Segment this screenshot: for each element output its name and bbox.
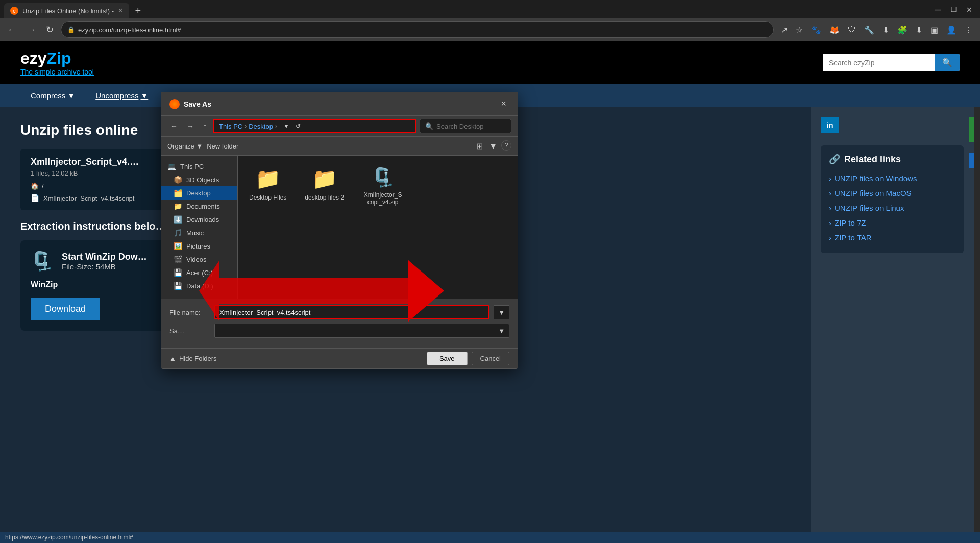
winzip-icon: 🗜️ [31,251,54,272]
tab-close-button[interactable]: × [118,6,122,15]
sidebar-documents[interactable]: 📁 Documents [161,200,237,213]
maximize-button[interactable]: □ [947,4,961,16]
extension-1-icon[interactable]: 🐾 [808,23,824,37]
filename-input-container[interactable] [214,305,489,319]
xmlinjector-zip-icon: 🗜️ [372,167,395,188]
share-icon[interactable]: ↗ [778,23,791,37]
dialog-title-icon [169,99,180,109]
music-icon: 🎵 [174,229,182,237]
sidebar-this-pc[interactable]: 💻 This PC [161,160,237,173]
file-desktop-files[interactable]: 📁 Desktop FIles [246,164,289,204]
sidebar-pictures[interactable]: 🖼️ Pictures [161,239,237,253]
sidebar-3d-objects[interactable]: 📦 3D Objects [161,173,237,186]
link-unzip-linux[interactable]: › UNZIP files on Linux [829,201,955,215]
help-button[interactable]: ? [501,140,511,151]
extension-3-icon[interactable]: 🛡 [845,23,859,37]
close-window-button[interactable]: × [962,4,976,16]
breadcrumb-this-pc[interactable]: This PC [219,122,242,130]
link-unzip-macos[interactable]: › UNZIP files on MacOS [829,186,955,201]
link-unzip-windows[interactable]: › UNZIP files on Windows [829,171,955,186]
dialog-back-button[interactable]: ← [167,121,181,131]
profile-icon[interactable]: 👤 [943,23,960,37]
forward-button[interactable]: → [23,22,39,37]
dialog-search-input[interactable] [436,122,506,130]
new-folder-button[interactable]: New folder [207,142,238,150]
tab-favicon: e [10,7,18,15]
view-dropdown-button[interactable]: ▼ [487,140,499,152]
breadcrumb-bar[interactable]: This PC › Desktop › ▼ ↺ [213,119,416,133]
downloads-icon: ⬇️ [174,215,182,224]
site-logo[interactable]: ezyZip The simple archive tool [20,49,94,76]
dialog-titlebar: Save As × [161,92,518,116]
dialog-forward-button[interactable]: → [184,121,197,131]
sidebar-drive-d[interactable]: 💾 Data (D:) [161,279,237,292]
new-tab-button[interactable]: + [129,3,148,18]
sidebar-top: in [821,117,964,137]
browser-tabs: e Unzip Files Online (No limits!) - × + … [0,0,980,18]
pictures-icon: 🖼️ [174,242,182,250]
search-box[interactable]: 🔍 [823,54,960,71]
linkedin-badge[interactable]: in [821,117,839,133]
sidebar-music[interactable]: 🎵 Music [161,226,237,239]
filename-dropdown-button[interactable]: ▼ [494,305,509,319]
hide-folders-label: Hide Folders [179,355,217,362]
download-manager-icon[interactable]: ⬇ [879,23,892,37]
active-tab[interactable]: e Unzip Files Online (No limits!) - × [4,3,129,18]
extensions-icon[interactable]: 🧩 [894,23,911,37]
nav-uncompress[interactable]: Uncompress ▼ [85,86,158,105]
save-button[interactable]: Save [427,352,468,365]
savetype-select[interactable]: ▼ [214,324,509,338]
address-bar[interactable]: 🔒 ezyzip.com/unzip-files-online.html# [61,21,774,38]
winzip-promo-title: Start WinZip Dow… [62,252,147,262]
filename-label: File name: [169,309,210,316]
sidebar-drive-c[interactable]: 💾 Acer (C:) [161,266,237,279]
download-button[interactable]: Download [31,298,100,320]
search-input[interactable] [823,56,935,70]
breadcrumb-refresh-button[interactable]: ↺ [293,121,303,131]
dialog-file-sidebar: 💻 This PC 📦 3D Objects 🗂️ Desktop 📁 Docu… [161,156,238,299]
sidebar-toggle-icon[interactable]: ▣ [927,23,941,37]
sidebar-videos[interactable]: 🎬 Videos [161,253,237,266]
cancel-button[interactable]: Cancel [472,352,509,365]
hide-folders-row[interactable]: ▲ Hide Folders Save Cancel [161,348,518,368]
sidebar-downloads[interactable]: ⬇️ Downloads [161,213,237,226]
dialog-search-box[interactable]: 🔍 [420,119,511,133]
dialog-body: 💻 This PC 📦 3D Objects 🗂️ Desktop 📁 Docu… [161,156,518,299]
savetype-row: Sa… ▼ [169,324,509,338]
logo-text: ezyZip [20,49,94,68]
menu-icon[interactable]: ⋮ [962,23,976,37]
link-zip-to-tar[interactable]: › ZIP to TAR [829,230,955,245]
link-icon: 🔗 [829,154,840,165]
file-path: 🏠 / [31,182,163,190]
dialog-nav: ← → ↑ This PC › Desktop › ▼ ↺ 🔍 [161,116,518,137]
breadcrumb-expand-button[interactable]: ▼ [281,121,291,131]
breadcrumb-desktop[interactable]: Desktop [249,122,273,130]
sidebar-desktop[interactable]: 🗂️ Desktop [161,186,237,200]
link-zip-to-7z[interactable]: › ZIP to 7Z [829,215,955,230]
desktop-files-2-icon: 📁 [312,167,337,191]
dialog-files-area: 📁 Desktop FIles 📁 desktop files 2 🗜️ Xml… [238,156,518,299]
bookmark-icon[interactable]: ☆ [793,23,806,37]
minimize-button[interactable]: ─ [930,4,945,16]
home-icon: 🏠 [31,182,39,190]
browser-download-icon[interactable]: ⬇ [913,23,925,37]
file-desktop-files-2[interactable]: 📁 desktop files 2 [302,164,347,204]
documents-icon: 📁 [174,202,182,210]
back-button[interactable]: ← [4,22,19,37]
reload-button[interactable]: ↻ [43,22,57,37]
search-button[interactable]: 🔍 [935,54,960,71]
drive-c-icon: 💾 [174,268,182,277]
browser-toolbar: ← → ↻ 🔒 ezyzip.com/unzip-files-online.ht… [0,18,980,41]
vertical-scrollbar[interactable] [974,107,980,543]
dialog-up-button[interactable]: ↑ [200,121,210,131]
file-xmlinjector-zip[interactable]: 🗜️ XmlInjector_Script_v4.zip [359,164,406,209]
filename-input[interactable] [219,309,484,316]
dialog-close-button[interactable]: × [498,97,509,110]
extension-2-icon[interactable]: 🦊 [826,23,843,37]
extension-4-icon[interactable]: 🔧 [861,23,877,37]
nav-compress[interactable]: Compress ▼ [20,86,85,105]
site-header: ezyZip The simple archive tool 🔍 [0,41,980,84]
organize-button[interactable]: Organize ▼ [167,142,203,150]
view-icons-button[interactable]: ⊞ [474,140,485,152]
filename-row: File name: ▼ [169,305,509,319]
